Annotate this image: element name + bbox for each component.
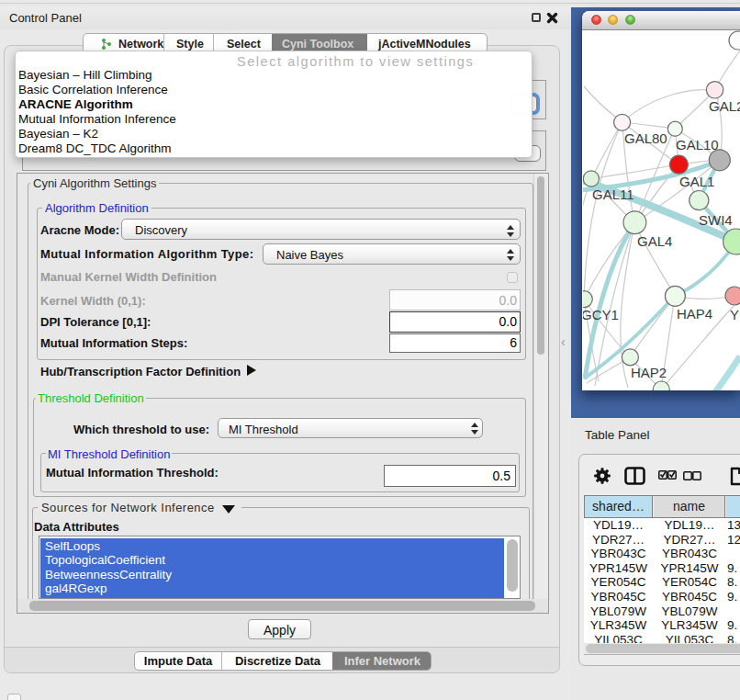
svg-text:GAL10: GAL10 <box>676 137 719 152</box>
svg-text:GCY1: GCY1 <box>583 307 619 322</box>
svg-text:GAL1: GAL1 <box>679 174 714 189</box>
svg-text:SWI4: SWI4 <box>699 212 733 228</box>
svg-text:GAL2: GAL2 <box>709 98 740 114</box>
svg-text:GAL11: GAL11 <box>592 186 634 202</box>
svg-text:Y: Y <box>730 307 739 322</box>
svg-text:HAP4: HAP4 <box>677 306 712 322</box>
svg-text:GAL80: GAL80 <box>624 130 667 146</box>
svg-text:GAL4: GAL4 <box>637 233 672 249</box>
svg-text:HAP2: HAP2 <box>631 365 667 380</box>
